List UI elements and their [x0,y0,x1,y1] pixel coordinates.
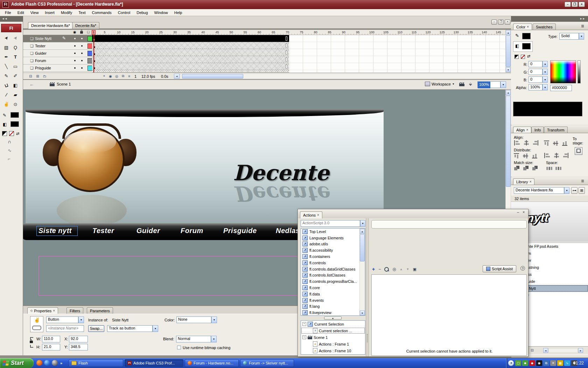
scroll-thumb[interactable] [506,35,511,67]
layer-color-swatch[interactable] [88,51,92,56]
navigator-current-selection[interactable]: − ↗ Current Selection [301,321,365,327]
edit-scene-icon[interactable] [459,82,464,86]
menu-item[interactable]: Text [75,9,89,16]
ink-bottle-tool[interactable]: ⊔ [1,80,12,90]
match-height-icon[interactable] [523,165,530,171]
center-frame-icon[interactable]: ⌖ [102,74,107,79]
quick-launch-more-icon[interactable]: » [60,361,62,365]
nav-button-forum[interactable]: Forum [181,227,203,235]
tab-swatches[interactable]: Swatches [533,23,556,30]
script-assist-button[interactable]: Script Assist [483,265,516,272]
scroll-right-icon[interactable]: ► [578,348,583,353]
tab-library[interactable]: Library× [513,178,534,185]
navigator-current-selection-child[interactable]: ? Current selection ... [301,327,365,334]
new-library-panel-button[interactable]: ⊞ [579,187,585,194]
zoom-level-field[interactable]: 100% [477,81,500,88]
panel-close-icon[interactable]: × [523,210,525,214]
zoom-tool[interactable]: ⊙ [11,100,20,108]
straighten-option-icon[interactable]: ⌐ [8,156,10,162]
package-item[interactable]: ↗fl.core [301,285,365,291]
firefox-quick-icon[interactable] [36,360,42,366]
frame-span-forum[interactable] [92,56,289,63]
tab-parameters[interactable]: Parameters [87,307,113,314]
space-horizontal-icon[interactable] [555,165,562,171]
visibility-dot[interactable] [74,53,76,54]
default-colors-icon[interactable] [2,131,7,136]
package-item[interactable]: ↗fl.lang [301,304,365,310]
menu-item[interactable]: Edit [14,9,27,16]
frame-span-siste-nytt[interactable] [92,35,289,42]
alpha-dropdown-icon[interactable]: ▼ [542,84,548,90]
tab-color[interactable]: Color× [513,23,532,30]
layer-row-prisguide[interactable]: ❏ Prisguide [23,64,92,72]
start-button[interactable]: Start [0,358,34,368]
lasso-tool[interactable]: Ϙ [11,43,20,52]
actionscript-version-dropdown-icon[interactable]: ▼ [360,220,365,227]
color-spectrum[interactable] [550,60,576,83]
move-down-icon[interactable]: ▼ [406,267,410,271]
paint-bucket-tool[interactable]: ◧ [11,81,20,89]
menu-item[interactable]: Modify [58,9,75,16]
remove-script-icon[interactable]: − [378,267,381,272]
navigator-scene[interactable]: − Scene 1 [301,334,365,341]
track-dropdown[interactable]: Track as button [107,325,153,332]
playhead-marker[interactable]: 1 [92,30,96,35]
close-button[interactable]: × [579,2,585,7]
frame-span-guider[interactable] [92,49,289,56]
eyedropper-tool[interactable]: ∕ [2,90,11,99]
rectangle-tool[interactable]: ▭ [11,62,20,70]
r-field[interactable]: 0 [528,61,542,67]
eraser-tool[interactable]: ▰ [11,90,20,99]
help-icon[interactable]: ? [520,266,525,271]
document-tab-inactive[interactable]: Decente.fla* [72,22,99,29]
close-icon[interactable]: × [53,309,55,313]
width-field[interactable]: 110.0 [42,336,60,342]
tab-info[interactable]: Info [531,127,544,133]
hex-field[interactable]: #000000 [550,85,572,91]
menu-item[interactable]: Help [171,9,186,16]
timeline-hscroll-thumb[interactable] [182,74,243,79]
layer-row-tester[interactable]: ❏ Tester [23,42,92,50]
fill-bucket-icon[interactable]: ◧ [515,43,519,48]
panel-menu-icon[interactable]: ≣ [581,179,584,183]
close-icon[interactable]: × [317,213,319,217]
scroll-up-icon[interactable]: ▲ [360,229,365,234]
script-options-icon[interactable]: ▣ [413,267,416,272]
timeline-scroll-left-icon[interactable]: ◄ [174,74,180,79]
navigator-frame-1[interactable]: a Actions : Frame 1 [301,341,365,347]
doc-close-button[interactable]: × [505,20,510,25]
expander-icon[interactable]: − [302,335,306,339]
brush-tool[interactable]: ✐ [11,71,20,80]
visibility-dot[interactable] [74,45,76,47]
constrain-lock-icon[interactable] [30,341,33,343]
menu-item[interactable]: Insert [42,9,58,16]
layer-color-swatch[interactable] [88,66,92,71]
scroll-thumb[interactable] [360,234,365,261]
tab-actions[interactable]: Actions× [300,211,322,218]
stroke-color-swatch[interactable] [522,33,531,39]
brightness-slider[interactable] [578,60,581,83]
package-item[interactable]: ↗fl.events [301,297,365,304]
pin-library-button[interactable]: ⊶ [571,187,578,194]
text-tool[interactable]: T [11,53,20,61]
subselection-tool[interactable]: ➤ [9,32,22,44]
tray-icon[interactable]: ⧉ [543,360,549,366]
tray-icon[interactable]: ◆ [529,360,535,366]
distribute-bottom-icon[interactable] [532,153,539,159]
menu-item[interactable]: View [27,9,42,16]
type-dropdown[interactable]: Solid [559,33,579,40]
blend-dropdown-icon[interactable]: ▼ [211,336,217,342]
zoom-dropdown-icon[interactable]: ▼ [500,81,506,88]
tray-collapse-icon[interactable]: ◄ [508,360,514,366]
package-item[interactable]: ↗fl.data [301,291,365,297]
package-item[interactable]: ↗Language Elements [301,235,365,241]
b-dropdown-icon[interactable]: ▼ [542,76,548,83]
tray-icon[interactable]: ☻ [522,360,528,366]
frames-grid[interactable] [92,35,505,73]
b-field[interactable]: 0 [528,76,542,83]
add-folder-icon[interactable]: 🗀 [42,74,47,79]
task-flash-cs3[interactable]: Fl Adobe Flash CS3 Prof... [125,359,183,367]
library-document-dropdown-icon[interactable]: ▼ [564,187,569,194]
scroll-down-icon[interactable]: ▼ [360,311,365,315]
line-tool[interactable]: ╲ [2,62,11,70]
